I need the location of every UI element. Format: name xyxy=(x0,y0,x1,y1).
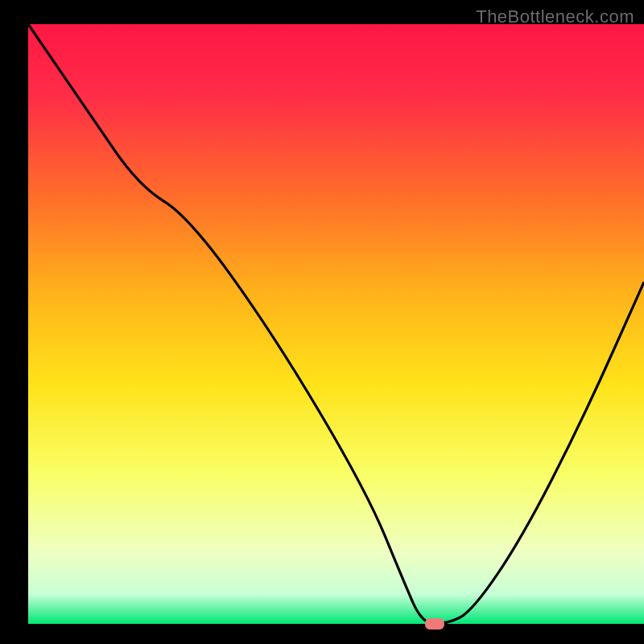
watermark-text: TheBottleneck.com xyxy=(476,6,634,27)
bottleneck-chart xyxy=(0,0,644,644)
plot-background xyxy=(28,24,644,624)
chart-frame: TheBottleneck.com xyxy=(0,0,644,644)
optimal-marker xyxy=(425,618,444,630)
